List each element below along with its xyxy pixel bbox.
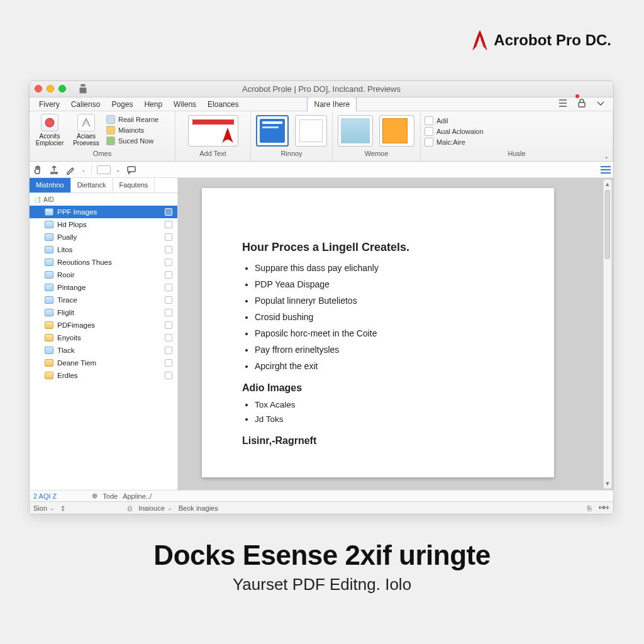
chevron-down-icon[interactable]: ⌄	[81, 167, 86, 173]
ribbon-row[interactable]: Miainots	[106, 126, 158, 135]
tree-node-label: Enyoits	[57, 334, 81, 341]
pen-icon[interactable]	[65, 164, 76, 175]
zoom-window-button[interactable]	[58, 85, 66, 92]
ribbon-row[interactable]: Adil	[425, 116, 484, 125]
svg-point-1	[45, 118, 54, 127]
tree-node-label: Rooir	[57, 271, 74, 279]
ribbon-expand-icon[interactable]: ⌄	[604, 153, 609, 160]
tree-node[interactable]: Reoutions Thues	[30, 256, 177, 269]
page-subheading: Adio Images	[242, 382, 529, 394]
side-panel: Mistnhno Diettanck Faqutens 📑 AID PPF Im…	[30, 178, 178, 490]
ribbon-thumb[interactable]	[295, 115, 327, 147]
panel-menu-icon[interactable]	[601, 166, 611, 174]
tree-node[interactable]: Erdles	[30, 369, 177, 382]
tree-node[interactable]: Enyoits	[30, 331, 177, 344]
ribbon-button-label: Aciaes Proevess	[70, 133, 103, 147]
tree-node[interactable]: Deane Tiem	[30, 357, 177, 369]
tree-node-label: Tlack	[57, 347, 74, 354]
page: Hour Proces a Lingell Createls. Suppare …	[202, 188, 554, 477]
ribbon-button-proevess[interactable]: Aciaes Proevess	[70, 114, 103, 147]
vertical-scrollbar[interactable]: ▲ ▼	[603, 179, 612, 489]
close-window-button[interactable]	[35, 85, 42, 92]
tree-node[interactable]: Litos	[30, 243, 177, 256]
ribbon-thumb[interactable]	[188, 115, 238, 147]
promo-headline: Docks Esense 2xif uringte	[0, 540, 644, 571]
scroll-up-icon[interactable]: ▲	[604, 180, 611, 189]
node-marker[interactable]	[165, 284, 172, 291]
tree-node[interactable]: PPF Images	[30, 206, 177, 218]
ribbon-row[interactable]: Aual Aclowaion	[425, 127, 484, 136]
page-heading: Hour Proces a Lingell Createls.	[242, 241, 529, 254]
tree-node[interactable]: Pintange	[30, 281, 177, 294]
export-icon[interactable]	[48, 164, 60, 175]
node-marker[interactable]	[165, 246, 172, 253]
node-marker[interactable]	[165, 233, 172, 241]
ribbon-row[interactable]: Reaii Rearne	[106, 115, 158, 124]
tree-node[interactable]: Rooir	[30, 269, 177, 281]
menu-item[interactable]: Eloances	[202, 97, 244, 111]
node-marker[interactable]	[165, 258, 172, 266]
tree-node-label: Deane Tiem	[57, 359, 96, 367]
tree-node[interactable]: Hd Plops	[30, 218, 177, 231]
node-marker[interactable]	[165, 347, 172, 354]
menu-item[interactable]: Henp	[138, 97, 168, 111]
ribbon-button-emplocier[interactable]: Aconits Emplocier	[33, 114, 66, 147]
document-icon	[45, 221, 53, 228]
tree-node[interactable]: PDFimages	[30, 319, 177, 331]
node-marker[interactable]	[165, 372, 172, 379]
toolstrip: ⌄ ⌄	[30, 162, 613, 178]
list-icon[interactable]	[558, 98, 568, 110]
menu-item[interactable]: Fivery	[33, 97, 65, 111]
footer-paging[interactable]: 2 AQI Z	[33, 492, 57, 500]
chevron-down-icon[interactable]	[596, 98, 606, 110]
document-canvas[interactable]: Hour Proces a Lingell Createls. Suppare …	[178, 178, 613, 490]
fit-width-icon[interactable]	[598, 504, 609, 513]
side-tab[interactable]: Diettanck	[71, 178, 113, 192]
chevron-down-icon[interactable]: ⌄	[116, 167, 121, 173]
hand-tool-icon[interactable]	[32, 164, 43, 175]
ribbon-row[interactable]: Suced Now	[106, 136, 158, 145]
menu-item[interactable]: Calienso	[65, 97, 106, 111]
node-marker[interactable]	[165, 271, 172, 279]
status-item[interactable]: Sion⌄	[33, 504, 55, 512]
tree-node-label: Pintange	[57, 284, 86, 291]
bullet-item: Jd Toks	[255, 414, 529, 424]
app-window: Acrobot Prole | Pro DO], Inclcand. Previ…	[29, 80, 614, 514]
lock-icon[interactable]	[577, 98, 587, 110]
ribbon-row[interactable]: Maic:Aire	[425, 138, 484, 147]
scroll-thumb[interactable]	[605, 190, 610, 259]
side-tab[interactable]: Mistnhno	[30, 178, 71, 192]
node-marker[interactable]	[165, 208, 172, 216]
ribbon-group-wemoe: Wemoe	[333, 111, 421, 161]
node-marker[interactable]	[165, 334, 172, 341]
node-marker[interactable]	[165, 309, 172, 316]
node-marker[interactable]	[165, 296, 172, 304]
node-marker[interactable]	[165, 359, 172, 367]
tool-dropdown[interactable]	[97, 165, 111, 174]
footer-item[interactable]: Appline../	[123, 492, 152, 500]
minimize-window-button[interactable]	[47, 85, 54, 92]
comment-icon[interactable]	[126, 164, 137, 175]
tree-node[interactable]: Pually	[30, 231, 177, 243]
file-tab[interactable]: Nare Ihere	[307, 97, 357, 111]
document-icon	[45, 258, 53, 266]
node-marker[interactable]	[165, 221, 172, 228]
ribbon-thumb-selected[interactable]	[256, 115, 289, 147]
bullet-item: Tox Acales	[255, 400, 529, 409]
menu-item[interactable]: Poges	[106, 97, 138, 111]
workspace: Mistnhno Diettanck Faqutens 📑 AID PPF Im…	[30, 178, 613, 490]
status-item[interactable]: Inaiouce⌄	[138, 504, 172, 512]
side-tab[interactable]: Faqutens	[113, 178, 155, 192]
tree-node[interactable]: Tlack	[30, 344, 177, 357]
menu-item[interactable]: Wilens	[168, 97, 202, 111]
node-marker[interactable]	[165, 321, 172, 329]
tree-node[interactable]: Tirace	[30, 294, 177, 306]
footer-item[interactable]: Tode	[103, 492, 118, 500]
tree-node-label: PPF Images	[57, 208, 97, 216]
ribbon-thumb[interactable]	[338, 115, 373, 147]
scroll-down-icon[interactable]: ▼	[604, 479, 611, 488]
tree-node[interactable]: Fliglit	[30, 306, 177, 319]
status-item[interactable]: Beok inagies	[179, 504, 218, 512]
titlebar-app-icon	[77, 83, 89, 96]
ribbon-thumb[interactable]	[379, 115, 414, 147]
